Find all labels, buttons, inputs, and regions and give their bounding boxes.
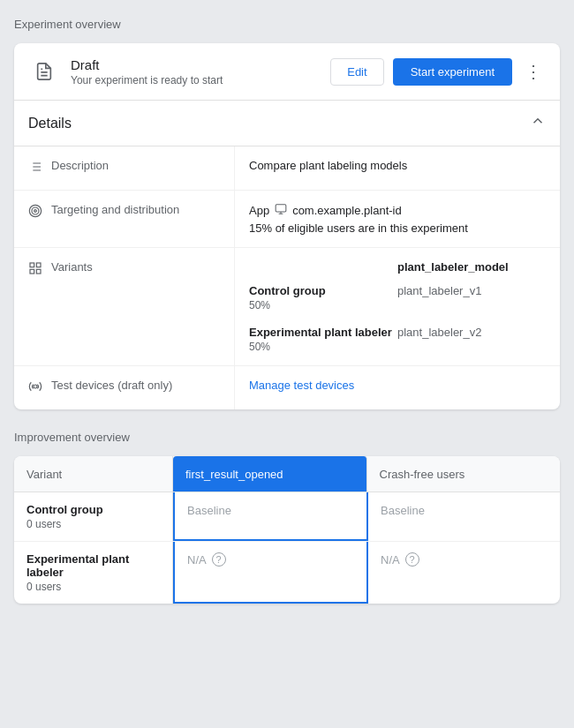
app-row: App com.example.plant-id [249, 203, 546, 218]
variants-label-col: Variants [14, 248, 235, 365]
experimental-pct: 50% [249, 341, 397, 353]
question-icon-1[interactable]: ? [212, 552, 226, 567]
experimental-metric2-col: N/A ? [368, 542, 560, 604]
svg-point-9 [32, 207, 39, 214]
experimental-metric2-value: N/A ? [381, 552, 548, 567]
start-experiment-button[interactable]: Start experiment [393, 58, 512, 86]
control-group-name: Control group [249, 284, 397, 297]
control-group-variant: Control group 50% plant_labeler_v1 [249, 284, 546, 311]
experimental-row-users: 0 users [26, 581, 160, 593]
targeting-desc: 15% of eligible users are in this experi… [249, 221, 546, 235]
test-devices-value: Manage test devices [235, 366, 560, 409]
improvement-table: Variant first_result_opened Crash-free u… [14, 456, 560, 604]
control-metric1-value: Baseline [187, 504, 231, 517]
description-label-col: Description [14, 146, 235, 190]
control-metric2-col: Baseline [368, 492, 560, 541]
improvement-overview-title: Improvement overview [14, 427, 560, 447]
targeting-value: App com.example.plant-id 15% of eligible… [235, 191, 560, 247]
description-value: Compare plant labeling models [235, 146, 560, 190]
col-variant-label: Variant [26, 468, 62, 481]
experimental-variant: Experimental plant labeler 50% plant_lab… [249, 326, 546, 353]
col-header-variant: Variant [14, 456, 173, 492]
description-icon [28, 160, 42, 177]
draft-actions: Edit Start experiment ⋮ [330, 57, 546, 86]
control-group-col: Control group 0 users [14, 492, 173, 541]
col-metric2-label: Crash-free users [380, 468, 465, 481]
experiment-card: Draft Your experiment is ready to start … [14, 43, 560, 409]
improvement-header-row: Variant first_result_opened Crash-free u… [14, 456, 560, 492]
experimental-metric1-col: N/A ? [173, 542, 368, 604]
variants-icon [28, 261, 42, 279]
control-group-pct: 50% [249, 299, 397, 311]
variants-model-header: plant_labeler_model [397, 260, 546, 274]
description-row: Description Compare plant labeling model… [14, 146, 560, 191]
collapse-icon[interactable] [530, 113, 546, 133]
details-header: Details [14, 101, 560, 146]
experimental-name-col: Experimental plant labeler 50% [249, 326, 397, 353]
svg-point-18 [34, 385, 37, 388]
details-title: Details [28, 116, 72, 131]
variants-col-label [249, 260, 397, 274]
draft-title: Draft [71, 57, 330, 72]
improvement-card: Variant first_result_opened Crash-free u… [14, 456, 560, 604]
manage-test-devices-link[interactable]: Manage test devices [249, 379, 354, 392]
variants-label-text: Variants [51, 260, 93, 274]
targeting-row: Targeting and distribution App com.examp… [14, 191, 560, 248]
variants-header: plant_labeler_model [249, 260, 546, 274]
experimental-model: plant_labeler_v2 [397, 326, 546, 353]
svg-point-10 [34, 210, 37, 213]
svg-point-8 [29, 205, 41, 216]
variants-value: plant_labeler_model Control group 50% pl… [235, 248, 560, 365]
experiment-overview-title: Experiment overview [14, 14, 560, 34]
experimental-col: Experimental plant labeler 0 users [14, 542, 173, 604]
control-row-users: 0 users [26, 518, 160, 530]
experimental-metric1-value: N/A ? [187, 552, 354, 567]
experimental-row-name: Experimental plant labeler [26, 552, 160, 579]
control-row-name: Control group [26, 503, 160, 516]
control-group-model: plant_labeler_v1 [397, 284, 546, 311]
col-metric1-label: first_result_opened [185, 468, 283, 481]
improvement-row-control: Control group 0 users Baseline Baseline [14, 492, 560, 542]
svg-rect-17 [36, 269, 41, 274]
app-label: App [249, 204, 269, 217]
svg-rect-16 [30, 269, 34, 274]
control-metric1-col: Baseline [173, 492, 368, 541]
svg-rect-14 [30, 263, 34, 267]
test-devices-label-text: Test devices (draft only) [51, 379, 172, 392]
question-icon-2[interactable]: ? [405, 552, 419, 567]
control-metric2-value: Baseline [381, 504, 425, 517]
variants-row: Variants plant_labeler_model Control gro… [14, 248, 560, 366]
description-label-text: Description [51, 159, 109, 172]
app-id: com.example.plant-id [292, 204, 402, 217]
targeting-label-col: Targeting and distribution [14, 191, 235, 247]
test-devices-icon [28, 379, 42, 397]
experimental-name: Experimental plant labeler [249, 326, 397, 339]
targeting-icon [28, 204, 42, 221]
draft-icon [28, 56, 60, 87]
col-header-metric2: Crash-free users [367, 456, 561, 492]
app-icon [275, 203, 287, 218]
draft-header: Draft Your experiment is ready to start … [14, 43, 560, 101]
more-options-icon[interactable]: ⋮ [521, 57, 546, 86]
col-header-metric1: first_result_opened [173, 456, 367, 492]
test-devices-label-col: Test devices (draft only) [14, 366, 235, 409]
test-devices-row: Test devices (draft only) Manage test de… [14, 366, 560, 409]
edit-button[interactable]: Edit [330, 58, 383, 86]
control-group-name-col: Control group 50% [249, 284, 397, 311]
draft-info: Draft Your experiment is ready to start [71, 57, 330, 86]
svg-rect-11 [276, 205, 286, 212]
svg-rect-15 [36, 263, 41, 267]
targeting-label-text: Targeting and distribution [51, 203, 179, 216]
improvement-row-experimental: Experimental plant labeler 0 users N/A ?… [14, 542, 560, 604]
draft-subtitle: Your experiment is ready to start [71, 74, 330, 86]
